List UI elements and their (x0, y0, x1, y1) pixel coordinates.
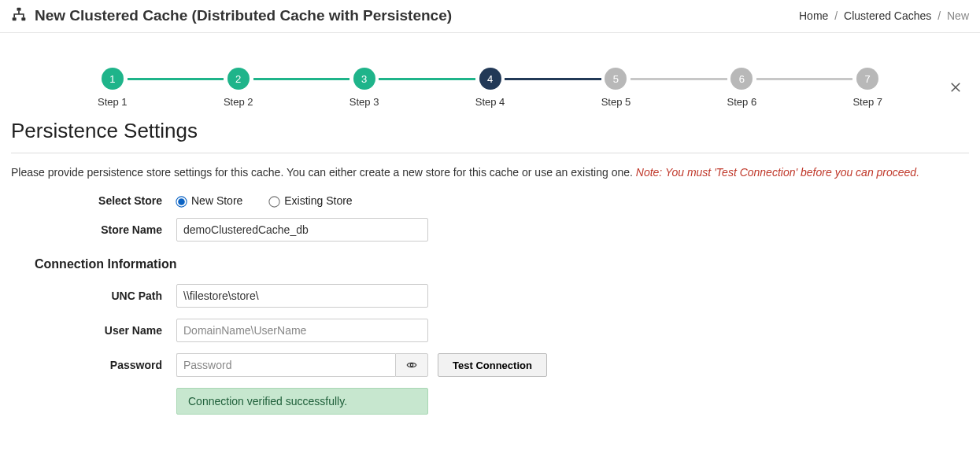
radio-existing-store[interactable]: Existing Store (269, 194, 352, 207)
store-name-input[interactable] (176, 218, 428, 242)
svg-point-3 (410, 363, 413, 367)
label-unc-path: UNC Path (11, 290, 176, 302)
intro-text: Please provide persistence store setting… (11, 166, 969, 194)
svg-rect-1 (13, 17, 17, 20)
subheading-connection-info: Connection Information (11, 253, 969, 284)
breadcrumb-home[interactable]: Home (799, 9, 828, 22)
step-1[interactable]: 1Step 1 (98, 68, 128, 108)
label-password: Password (11, 359, 176, 371)
divider (11, 153, 969, 153)
label-user-name: User Name (11, 324, 176, 337)
step-7: 7Step 7 (852, 68, 882, 108)
svg-rect-2 (21, 17, 25, 20)
breadcrumb: Home / Clustered Caches / New (799, 9, 969, 22)
wizard-stepper: 1Step 1 2Step 2 3Step 3 4Step 4 5Step 5 … (11, 44, 969, 116)
step-3[interactable]: 3Step 3 (349, 68, 379, 108)
close-icon[interactable] (949, 80, 963, 97)
password-input[interactable] (176, 353, 395, 377)
page-title: New Clustered Cache (Distributed Cache w… (35, 7, 452, 24)
hierarchy-icon (11, 6, 27, 24)
step-4[interactable]: 4Step 4 (475, 68, 505, 108)
radio-new-store[interactable]: New Store (176, 194, 242, 207)
label-store-name: Store Name (11, 223, 176, 236)
breadcrumb-caches[interactable]: Clustered Caches (844, 9, 931, 22)
unc-path-input[interactable] (176, 284, 428, 308)
section-title: Persistence Settings (11, 116, 969, 153)
breadcrumb-current: New (947, 9, 969, 22)
test-connection-button[interactable]: Test Connection (438, 353, 547, 377)
step-5: 5Step 5 (601, 68, 631, 108)
wizard-footer: Cancel Previous Next (11, 426, 969, 461)
success-message: Connection verified successfully. (176, 388, 428, 415)
user-name-input[interactable] (176, 319, 428, 342)
intro-note: Note: You must 'Test Connection' before … (636, 166, 919, 179)
step-6: 6Step 6 (727, 68, 757, 108)
label-select-store: Select Store (11, 194, 176, 207)
svg-rect-0 (17, 8, 21, 11)
eye-icon[interactable] (395, 353, 428, 377)
page-header: New Clustered Cache (Distributed Cache w… (0, 0, 980, 33)
step-2[interactable]: 2Step 2 (224, 68, 253, 108)
